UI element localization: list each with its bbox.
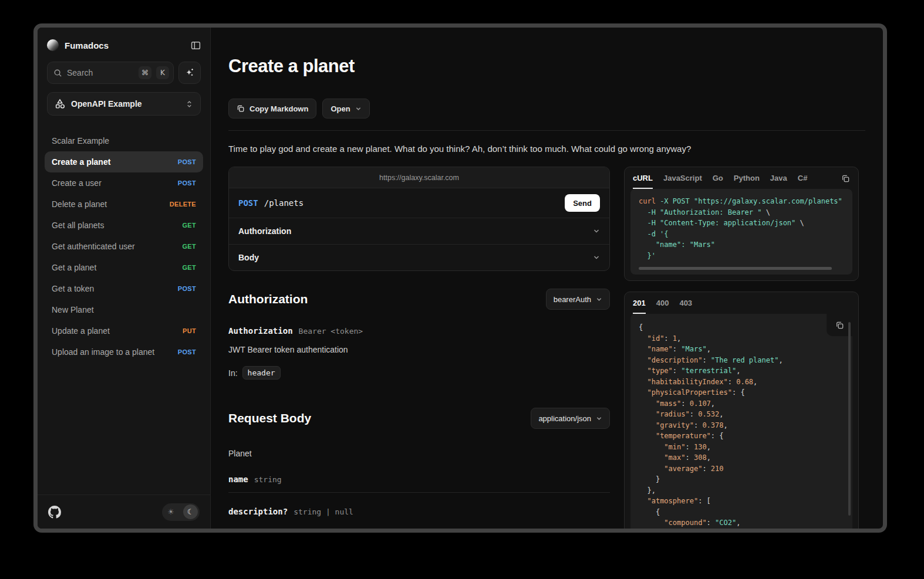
- theme-toggle[interactable]: ☀ ☾: [162, 503, 200, 521]
- sidebar-item-label: Get all planets: [52, 221, 104, 230]
- workspace-label: OpenAPI Example: [71, 99, 180, 109]
- sidebar-item-update-a-planet[interactable]: Update a planetPUT: [45, 320, 203, 341]
- ai-assistant-button[interactable]: [178, 62, 201, 84]
- sidebar-item-create-a-user[interactable]: Create a userPOST: [45, 172, 203, 194]
- body-accordion[interactable]: Body: [229, 244, 609, 270]
- chevron-up-down-icon: [186, 100, 193, 108]
- authorization-section-header: Authorization bearerAuth: [228, 289, 610, 310]
- code-line: "physicalProperties": {: [639, 387, 844, 398]
- status-tab-403[interactable]: 403: [679, 299, 692, 314]
- code-line: "mass": 0.107,: [639, 398, 844, 409]
- in-value-chip: header: [242, 366, 281, 380]
- open-dropdown-button[interactable]: Open: [322, 99, 369, 118]
- method-badge: PUT: [183, 327, 196, 334]
- authorization-heading: Authorization: [228, 292, 308, 306]
- desktop: { "sidebar": { "brand": "Fumadocs", "sea…: [0, 0, 924, 579]
- brand-title: Fumadocs: [65, 40, 185, 50]
- field-type: string: [254, 475, 282, 484]
- status-tabs-row: 201400403: [625, 292, 858, 314]
- copy-markdown-label: Copy Markdown: [249, 104, 308, 113]
- method-badge: DELETE: [170, 201, 196, 208]
- code-line: -H "Content-Type: application/json" \: [639, 218, 844, 229]
- sidebar-item-get-all-planets[interactable]: Get all planetsGET: [45, 215, 203, 236]
- sidebar-item-label: Upload an image to a planet: [52, 347, 154, 357]
- sidebar-item-get-a-token[interactable]: Get a tokenPOST: [45, 278, 203, 299]
- send-button[interactable]: Send: [565, 194, 600, 212]
- schema-name: Planet: [228, 449, 610, 458]
- shapes-icon: [55, 99, 65, 109]
- code-line: "id": 1,: [639, 333, 844, 344]
- field-row: description? string | null: [228, 507, 610, 516]
- method-badge: POST: [178, 180, 196, 187]
- method-badge: GET: [182, 264, 196, 271]
- sidebar-header: Fumadocs: [38, 28, 210, 55]
- response-code-block: { "id": 1, "name": "Mars", "description"…: [630, 314, 852, 529]
- status-tabs: 201400403: [633, 299, 850, 314]
- api-playground: https://galaxy.scalar.com POST /planets …: [228, 167, 610, 271]
- auth-description: JWT Bearer token authentication: [228, 345, 610, 354]
- status-tab-201[interactable]: 201: [633, 299, 646, 314]
- sidebar-collapse-button[interactable]: [191, 40, 201, 50]
- chevron-down-icon: [593, 228, 600, 235]
- request-body-heading: Request Body: [228, 411, 311, 425]
- sidebar: Fumadocs Search ⌘ K: [38, 28, 211, 529]
- code-line: "atmosphere": [: [639, 496, 844, 507]
- language-tab-javascript[interactable]: JavaScript: [663, 174, 702, 189]
- search-icon: [53, 69, 62, 77]
- sidebar-item-get-a-planet[interactable]: Get a planetGET: [45, 257, 203, 278]
- workspace-selector[interactable]: OpenAPI Example: [47, 92, 201, 116]
- horizontal-scrollbar[interactable]: [639, 267, 832, 270]
- main-content: Create a planet Copy Markdown Open Time …: [211, 28, 883, 529]
- auth-scheme-selector[interactable]: bearerAuth: [546, 289, 610, 310]
- example-column: cURLJavaScriptGoPythonJavaC# curl -X POS…: [624, 167, 859, 529]
- search-row: Search ⌘ K: [38, 55, 210, 84]
- request-row: POST /planets Send: [229, 188, 609, 218]
- method-label: POST: [238, 198, 258, 208]
- base-url-selector[interactable]: https://galaxy.scalar.com: [229, 167, 609, 188]
- language-tab-go[interactable]: Go: [713, 174, 723, 189]
- sidebar-item-upload-an-image-to-a-planet[interactable]: Upload an image to a planetPOST: [45, 341, 203, 363]
- search-placeholder: Search: [67, 68, 134, 77]
- sidebar-item-new-planet[interactable]: New Planet: [45, 299, 203, 320]
- content-type-selector[interactable]: application/json: [531, 408, 610, 429]
- fumadocs-logo-icon: [47, 39, 59, 51]
- code-line: -H "Authorization: Bearer " \: [639, 207, 844, 218]
- curl-code-block: curl -X POST "https://galaxy.scalar.com/…: [630, 189, 852, 275]
- app-window: Fumadocs Search ⌘ K: [33, 23, 887, 533]
- github-link[interactable]: [48, 506, 61, 519]
- language-tab-curl[interactable]: cURL: [633, 174, 653, 189]
- code-examples-panel: cURLJavaScriptGoPythonJavaC# curl -X POS…: [624, 167, 859, 281]
- path-label: /planets: [264, 198, 559, 208]
- language-tab-c[interactable]: C#: [798, 174, 808, 189]
- body-accordion-label: Body: [238, 253, 259, 262]
- copy-markdown-button[interactable]: Copy Markdown: [228, 99, 316, 118]
- chevron-down-icon: [593, 254, 600, 261]
- sidebar-item-label: Get authenticated user: [52, 242, 135, 251]
- code-lines: curl -X POST "https://galaxy.scalar.com/…: [639, 196, 844, 261]
- sidebar-footer: ☀ ☾: [38, 495, 210, 529]
- sidebar-item-label: Get a token: [52, 284, 94, 293]
- sidebar-item-delete-a-planet[interactable]: Delete a planetDELETE: [45, 194, 203, 215]
- language-tab-python[interactable]: Python: [734, 174, 760, 189]
- copy-icon: [835, 321, 844, 330]
- authorization-accordion[interactable]: Authorization: [229, 218, 609, 244]
- code-line: "max": 308,: [639, 452, 844, 463]
- sun-icon: ☀: [164, 507, 178, 516]
- language-tab-java[interactable]: Java: [770, 174, 787, 189]
- auth-param-value: Bearer <token>: [299, 327, 363, 336]
- language-tabs-row: cURLJavaScriptGoPythonJavaC#: [625, 167, 858, 189]
- kbd-cmd: ⌘: [139, 66, 151, 79]
- code-line: "type": "terrestrial",: [639, 365, 844, 377]
- sidebar-item-scalar-example[interactable]: Scalar Example: [45, 130, 203, 151]
- status-tab-400[interactable]: 400: [656, 299, 669, 314]
- vertical-scrollbar[interactable]: [848, 322, 851, 516]
- method-badge: POST: [178, 285, 196, 292]
- copy-code-button[interactable]: [841, 174, 850, 188]
- sidebar-item-get-authenticated-user[interactable]: Get authenticated userGET: [45, 236, 203, 257]
- sidebar-item-create-a-planet[interactable]: Create a planetPOST: [45, 151, 203, 172]
- search-input[interactable]: Search ⌘ K: [47, 62, 174, 84]
- authorization-accordion-label: Authorization: [238, 226, 291, 236]
- code-line: "gravity": 0.378,: [639, 420, 844, 431]
- code-line: {: [639, 507, 844, 518]
- code-lines: { "id": 1, "name": "Mars", "description"…: [639, 322, 844, 529]
